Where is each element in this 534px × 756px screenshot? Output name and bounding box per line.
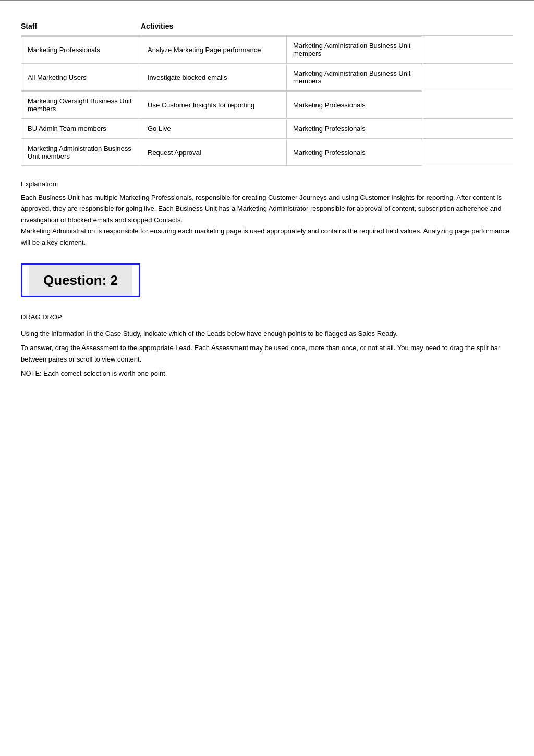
table-rows: Marketing Professionals Analyze Marketin… — [21, 35, 513, 166]
staff-cell-1: Marketing Professionals — [21, 36, 141, 63]
role-label-5: Marketing Professionals — [293, 149, 366, 157]
role-label-4: Marketing Professionals — [293, 125, 366, 133]
table-row: Marketing Professionals Analyze Marketin… — [21, 35, 513, 63]
explanation-section: Explanation: Each Business Unit has mult… — [21, 179, 513, 248]
drag-drop-instruction-3: NOTE: Each correct selection is worth on… — [21, 368, 513, 379]
activity-label-5: Request Approval — [148, 149, 201, 157]
table-row: BU Admin Team members Go Live Marketing … — [21, 118, 513, 138]
role-cell-1: Marketing Administration Business Unit m… — [287, 36, 422, 63]
staff-column-header: Staff — [21, 22, 141, 30]
table-header-row: Staff Activities — [21, 22, 513, 30]
staff-label-4: BU Admin Team members — [28, 125, 106, 133]
table-row: Marketing Oversight Business Unit member… — [21, 91, 513, 118]
drag-drop-instruction-2: To answer, drag the Assessment to the ap… — [21, 342, 513, 365]
activity-cell-3: Use Customer Insights for reporting — [141, 91, 287, 118]
table-row: All Marketing Users Investigate blocked … — [21, 63, 513, 91]
staff-cell-3: Marketing Oversight Business Unit member… — [21, 91, 141, 118]
role-label-1: Marketing Administration Business Unit m… — [293, 42, 416, 57]
explanation-paragraph-2: Marketing Administration is responsible … — [21, 225, 513, 248]
table-section: Staff Activities Marketing Professionals… — [21, 22, 513, 166]
drag-drop-section: DRAG DROP Using the information in the C… — [21, 313, 513, 379]
drag-drop-instruction-1: Using the information in the Case Study,… — [21, 328, 513, 339]
role-cell-4: Marketing Professionals — [287, 119, 422, 138]
staff-cell-4: BU Admin Team members — [21, 119, 141, 138]
activity-label-4: Go Live — [148, 125, 171, 133]
activities-column-header: Activities — [141, 22, 287, 30]
activity-label-3: Use Customer Insights for reporting — [148, 101, 254, 109]
explanation-label: Explanation: — [21, 179, 513, 190]
staff-label-5: Marketing Administration Business Unit m… — [28, 145, 135, 160]
role-cell-3: Marketing Professionals — [287, 91, 422, 118]
activity-label-2: Investigate blocked emails — [148, 74, 227, 81]
drag-drop-title: DRAG DROP — [21, 313, 513, 321]
activity-label-1: Analyze Marketing Page performance — [148, 46, 261, 54]
table-row: Marketing Administration Business Unit m… — [21, 138, 513, 166]
page-content: Staff Activities Marketing Professionals… — [0, 11, 534, 390]
role-cell-5: Marketing Professionals — [287, 139, 422, 166]
staff-cell-2: All Marketing Users — [21, 64, 141, 91]
question-label: Question: 2 — [43, 272, 118, 289]
activity-cell-5: Request Approval — [141, 139, 287, 166]
role-column-header — [287, 22, 422, 30]
activity-cell-1: Analyze Marketing Page performance — [141, 36, 287, 63]
staff-cell-5: Marketing Administration Business Unit m… — [21, 139, 141, 166]
staff-label-2: All Marketing Users — [28, 74, 87, 81]
question-box: Question: 2 — [21, 263, 140, 297]
activity-cell-2: Investigate blocked emails — [141, 64, 287, 91]
staff-label-1: Marketing Professionals — [28, 46, 100, 54]
staff-label-3: Marketing Oversight Business Unit member… — [28, 97, 135, 113]
top-border — [0, 0, 534, 1]
activity-cell-4: Go Live — [141, 119, 287, 138]
explanation-paragraph-1: Each Business Unit has multiple Marketin… — [21, 192, 513, 225]
role-cell-2: Marketing Administration Business Unit m… — [287, 64, 422, 91]
role-label-3: Marketing Professionals — [293, 101, 366, 109]
role-label-2: Marketing Administration Business Unit m… — [293, 69, 416, 85]
